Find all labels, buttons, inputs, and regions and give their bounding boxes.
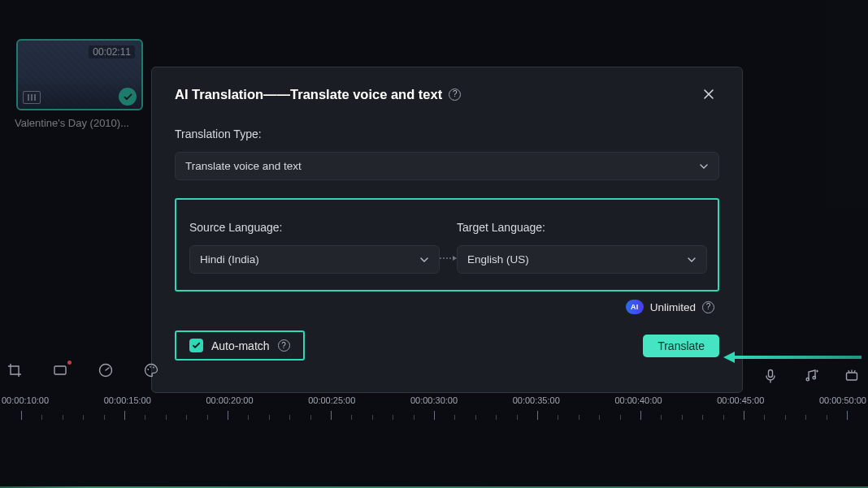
unlimited-help-icon[interactable]: ?: [702, 301, 714, 313]
time-label: 00:00:30:00: [410, 395, 458, 405]
target-language-value: English (US): [467, 253, 529, 266]
source-language-dropdown[interactable]: Hindi (India): [189, 245, 440, 274]
aspect-icon[interactable]: [52, 362, 68, 378]
clip-added-check-icon: [119, 88, 137, 106]
media-thumbnail[interactable]: 00:02:11: [16, 39, 143, 110]
unlimited-label: Unlimited: [650, 301, 696, 313]
direction-arrow-icon: [440, 243, 457, 274]
chevron-down-icon: [687, 255, 697, 265]
time-label: 00:00:25:00: [308, 395, 355, 405]
svg-rect-8: [847, 373, 857, 380]
timeline-ruler[interactable]: 00:00:10:00 00:00:15:00 00:00:20:00 00:0…: [0, 395, 868, 425]
speed-icon[interactable]: [98, 362, 114, 378]
time-label: 00:00:10:00: [2, 395, 49, 405]
target-language-label: Target Language:: [457, 221, 707, 234]
chevron-down-icon: [419, 255, 429, 265]
time-label: 00:00:35:00: [513, 395, 560, 405]
close-button[interactable]: [698, 84, 719, 105]
svg-point-4: [153, 367, 154, 369]
music-icon[interactable]: [803, 368, 819, 384]
svg-point-2: [147, 369, 149, 370]
mic-icon[interactable]: [762, 368, 779, 384]
translation-type-label: Translation Type:: [175, 127, 719, 140]
svg-rect-0: [54, 366, 66, 374]
time-label: 00:00:40:00: [614, 395, 662, 405]
svg-point-7: [813, 377, 815, 379]
time-label: 00:00:15:00: [104, 395, 151, 405]
ai-translation-dialog: AI Translation——Translate voice and text…: [151, 67, 743, 393]
svg-rect-5: [769, 370, 773, 378]
target-language-dropdown[interactable]: English (US): [457, 245, 707, 274]
time-label: 00:00:20:00: [206, 395, 253, 405]
source-language-value: Hindi (India): [200, 253, 259, 266]
help-icon[interactable]: ?: [449, 89, 461, 101]
auto-match-help-icon[interactable]: ?: [278, 339, 290, 352]
ai-badge-icon: AI: [626, 300, 644, 314]
palette-icon[interactable]: [143, 362, 159, 378]
svg-point-3: [150, 366, 151, 368]
svg-point-6: [806, 378, 809, 381]
translation-type-dropdown[interactable]: Translate voice and text: [175, 152, 719, 180]
crop-icon[interactable]: [7, 362, 23, 378]
timeline-labels: 00:00:10:00 00:00:15:00 00:00:20:00 00:0…: [0, 395, 868, 405]
clip-filename: Valentine's Day (2010)...: [15, 117, 129, 129]
chevron-down-icon: [699, 162, 709, 171]
clip-duration: 00:02:11: [89, 45, 135, 58]
clip-type-icon: [23, 91, 41, 104]
time-label: 00:00:45:00: [717, 395, 764, 405]
translation-type-value: Translate voice and text: [185, 160, 302, 172]
translate-button[interactable]: Translate: [643, 335, 719, 357]
auto-match-label: Auto-match: [211, 339, 270, 352]
dialog-title: AI Translation——Translate voice and text: [175, 87, 442, 102]
language-selection-highlight: Source Language: Hindi (India) Target La…: [175, 198, 719, 292]
auto-match-checkbox[interactable]: [189, 339, 203, 352]
source-language-label: Source Language:: [189, 221, 440, 234]
time-label: 00:00:50:00: [819, 395, 866, 405]
effects-icon[interactable]: [844, 368, 860, 384]
